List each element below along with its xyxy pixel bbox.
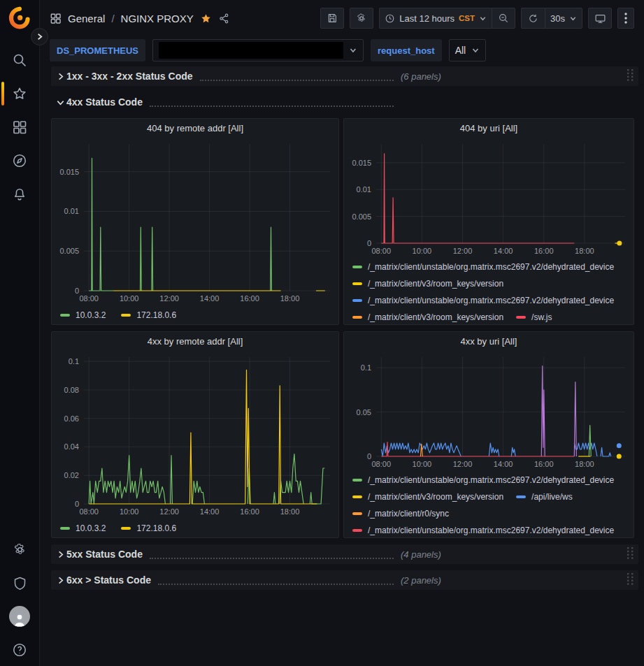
svg-text:08:00: 08:00 <box>79 294 99 303</box>
row-header-6xx[interactable]: 6xx > Status Code (2 panels) <box>51 570 638 590</box>
legend-item[interactable]: /_matrix/client/v3/room_keys/version <box>352 492 503 502</box>
save-icon <box>327 13 338 24</box>
legend-swatch <box>60 314 70 317</box>
sidebar-item-starred[interactable] <box>0 83 39 104</box>
legend-label: /_matrix/client/v3/room_keys/version <box>368 279 503 289</box>
star-icon <box>12 86 27 101</box>
more-options-button[interactable] <box>617 8 634 29</box>
svg-text:08:00: 08:00 <box>371 247 391 255</box>
row-header-4xx[interactable]: 4xx Status Code <box>51 92 638 112</box>
variables-row: DS_PROMETHEUS request_host All <box>40 36 644 64</box>
breadcrumb-section[interactable]: General <box>68 13 105 24</box>
legend-label: /_matrix/client/v3/room_keys/version <box>368 492 503 502</box>
zoom-out-button[interactable] <box>492 8 515 29</box>
request-host-select[interactable]: All <box>449 39 487 61</box>
dashboard-settings-button[interactable] <box>350 8 373 29</box>
legend-label: /api/live/ws <box>531 492 573 502</box>
variable-label-ds-prometheus[interactable]: DS_PROMETHEUS <box>50 39 145 61</box>
page-title: NGINX PROXY <box>121 13 194 24</box>
legend-item[interactable]: 10.0.3.2 <box>60 310 106 320</box>
toolbar: Last 12 hours CST <box>320 8 634 29</box>
legend-item[interactable]: /_matrix/client/unstable/org.matrix.msc2… <box>352 296 614 305</box>
row-dots <box>158 576 394 585</box>
panel-legend: 10.0.3.2172.18.0.6 <box>52 305 338 324</box>
svg-text:14:00: 14:00 <box>494 460 513 468</box>
legend-item[interactable]: 172.18.0.6 <box>121 310 176 320</box>
save-dashboard-button[interactable] <box>320 8 344 29</box>
sidebar-item-help[interactable] <box>0 639 39 660</box>
time-series-chart[interactable]: 08:0010:0012:0014:0016:0018:0000.020.040… <box>52 350 338 518</box>
row-title: 6xx > Status Code <box>66 574 151 586</box>
sidebar-expand-button[interactable] <box>31 28 48 45</box>
legend-swatch <box>352 282 362 285</box>
time-series-chart[interactable]: 08:0010:0012:0014:0016:0018:0000.050.1 <box>344 350 634 470</box>
kebab-menu-icon <box>624 13 627 24</box>
legend-item[interactable]: /_matrix/client/unstable/org.matrix.msc2… <box>352 475 614 485</box>
grafana-logo[interactable] <box>8 6 31 30</box>
favorite-star-icon[interactable] <box>200 13 212 24</box>
legend-item[interactable]: /api/live/ws <box>516 492 573 502</box>
sidebar-item-alerting[interactable] <box>0 184 39 205</box>
row-dots <box>200 72 394 81</box>
legend-item[interactable]: /_matrix/client/v3/room_keys/version <box>352 312 503 322</box>
chevron-down-icon <box>479 15 487 22</box>
panel-title[interactable]: 404 by uri [All] <box>344 119 634 137</box>
sidebar-item-configuration[interactable] <box>0 539 39 560</box>
kiosk-mode-button[interactable] <box>588 8 612 29</box>
chevron-down-icon <box>471 46 480 55</box>
svg-text:16:00: 16:00 <box>534 247 554 255</box>
variable-label-request-host[interactable]: request_host <box>371 39 442 61</box>
svg-text:16:00: 16:00 <box>534 460 554 468</box>
sidebar <box>0 0 40 666</box>
share-icon[interactable] <box>218 13 230 24</box>
row-header-5xx[interactable]: 5xx Status Code (4 panels) <box>51 544 638 564</box>
legend-item[interactable]: /_matrix/client/r0/sync <box>352 509 449 519</box>
time-series-chart[interactable]: 08:0010:0012:0014:0016:0018:0000.0050.01… <box>344 137 634 257</box>
row-drag-handle[interactable] <box>627 573 634 588</box>
clock-icon <box>385 13 395 24</box>
row-drag-handle[interactable] <box>627 69 634 84</box>
time-series-chart[interactable]: 08:0010:0012:0014:0016:0018:0000.0050.01… <box>52 137 338 305</box>
panel-title[interactable]: 404 by remote addr [All] <box>52 119 338 137</box>
svg-text:0: 0 <box>367 239 371 247</box>
row-panel-count: (2 panels) <box>401 575 441 586</box>
legend-item[interactable]: /_matrix/client/v3/room_keys/version <box>352 279 503 289</box>
svg-text:0: 0 <box>75 500 79 508</box>
sidebar-item-explore[interactable] <box>0 150 39 171</box>
tv-kiosk-icon <box>594 13 606 24</box>
legend-item[interactable]: /sw.js <box>516 312 552 322</box>
sidebar-item-profile[interactable] <box>0 606 39 627</box>
svg-text:12:00: 12:00 <box>453 247 473 255</box>
time-range-label: Last 12 hours <box>399 13 455 24</box>
svg-text:0.01: 0.01 <box>64 207 79 215</box>
refresh-button[interactable] <box>521 8 545 29</box>
sidebar-item-dashboards[interactable] <box>0 117 39 138</box>
row-panel-count: (6 panels) <box>401 71 441 82</box>
legend-label: 172.18.0.6 <box>136 310 176 320</box>
dashboard-body: 1xx - 3xx - 2xx Status Code (6 panels) 4… <box>40 64 644 590</box>
legend-item[interactable]: 10.0.3.2 <box>60 523 106 533</box>
time-range-picker[interactable]: Last 12 hours CST <box>379 8 492 29</box>
legend-item[interactable]: 172.18.0.6 <box>121 523 176 533</box>
legend-item[interactable]: /_matrix/client/unstable/org.matrix.msc2… <box>352 526 614 535</box>
legend-swatch <box>352 316 362 319</box>
datasource-select[interactable] <box>152 39 364 61</box>
legend-item[interactable]: /_matrix/client/unstable/org.matrix.msc2… <box>352 262 614 272</box>
apps-grid-icon <box>50 13 62 24</box>
explore-compass-icon <box>12 153 27 168</box>
panel-title[interactable]: 4xx by remote addr [All] <box>52 332 338 350</box>
legend-swatch <box>352 495 362 498</box>
row-drag-handle[interactable] <box>627 547 634 562</box>
refresh-interval-picker[interactable]: 30s <box>545 8 582 29</box>
legend-swatch <box>352 299 362 302</box>
dashboard-header: General / NGINX PROXY <box>40 0 644 36</box>
time-controls: Last 12 hours CST <box>379 8 515 29</box>
row-title: 1xx - 3xx - 2xx Status Code <box>66 71 193 82</box>
sidebar-item-server-admin[interactable] <box>0 572 39 593</box>
sidebar-item-search[interactable] <box>0 50 39 71</box>
row-header-1xx-3xx-2xx[interactable]: 1xx - 3xx - 2xx Status Code (6 panels) <box>51 66 638 86</box>
svg-text:10:00: 10:00 <box>120 294 139 303</box>
svg-text:18:00: 18:00 <box>280 294 300 303</box>
panel-title[interactable]: 4xx by uri [All] <box>344 332 634 350</box>
legend-swatch <box>121 527 131 530</box>
